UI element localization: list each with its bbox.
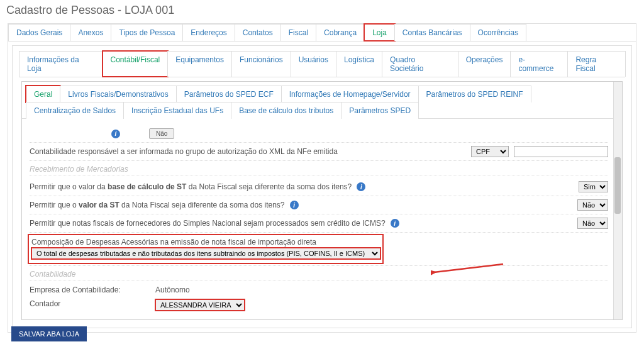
tab-ecommerce[interactable]: e-commerce (510, 51, 568, 77)
tab-geral[interactable]: Geral (26, 86, 60, 102)
save-button[interactable]: SALVAR ABA LOJA (11, 326, 87, 341)
label-permitir-bc-st: Permitir que o valor da base de cálculo … (30, 182, 352, 191)
label-empresa-contabilidade: Empresa de Contabilidade: (30, 285, 136, 294)
tab-dados-gerais[interactable]: Dados Gerais (8, 24, 70, 41)
label-contab-responsavel: Contabilidade responsável a ser informad… (30, 147, 338, 156)
input-identificador[interactable] (514, 146, 608, 157)
tab-usuarios[interactable]: Usuários (291, 51, 336, 77)
tab-regra-fiscal[interactable]: Regra Fiscal (567, 51, 626, 77)
tab-cobranca[interactable]: Cobrança (316, 24, 365, 41)
tab-ocorrencias[interactable]: Ocorrências (470, 24, 527, 41)
tab-parametros-sped[interactable]: Parâmetros SPED (341, 102, 419, 119)
info-icon: i (357, 182, 365, 191)
label-contador: Contador (30, 299, 136, 311)
loja-tabs: Informações da Loja Contábil/Fiscal Equi… (19, 51, 625, 77)
tab-contas-bancarias[interactable]: Contas Bancárias (394, 24, 470, 41)
tab-contabil-fiscal[interactable]: Contábil/Fiscal (103, 51, 169, 77)
svg-line-0 (434, 264, 503, 272)
cf-tabs: Geral Livros Fiscais/Demonstrativos Parâ… (22, 82, 622, 119)
section-contabilidade: Contabilidade (30, 266, 608, 280)
label-permitir-valor-st: Permitir que o valor da ST da Nota Fisca… (30, 201, 285, 209)
tab-homepage-servidor[interactable]: Informações de Homepage/Servidor (281, 86, 419, 102)
highlight-composicao-despesas: Composição de Despesas Acessórias na emi… (30, 236, 382, 262)
label-permitir-simples-icms: Permitir que notas fiscais de fornecedor… (30, 219, 386, 228)
select-permitir-bc-st[interactable]: Sim (579, 181, 608, 192)
tab-logistica[interactable]: Logística (336, 51, 382, 77)
tab-sped-reinf[interactable]: Parâmetros do SPED REINF (418, 86, 531, 102)
select-permitir-valor-st[interactable]: Não (577, 199, 608, 211)
tab-tipos-pessoa[interactable]: Tipos de Pessoa (111, 24, 183, 41)
tab-sped-ecf[interactable]: Parâmetros do SPED ECF (176, 86, 282, 102)
scrollbar-thumb[interactable] (614, 157, 621, 214)
tab-funcionarios[interactable]: Funcionários (231, 51, 291, 77)
select-contador[interactable]: ALESSANDRA VIEIRA (155, 299, 245, 311)
info-icon: i (290, 201, 299, 209)
select-composicao-despesas[interactable]: O total de despesas tributadas e não tri… (31, 248, 380, 259)
page-title: Cadastro de Pessoas - LOJA 001 (0, 0, 644, 23)
nao-stub-button[interactable]: Não (149, 128, 174, 139)
info-icon: i (111, 130, 120, 138)
info-icon: i (391, 219, 399, 228)
tab-inscricao-estadual-ufs[interactable]: Inscrição Estadual das UFs (123, 102, 231, 119)
tab-fiscal[interactable]: Fiscal (280, 24, 316, 41)
label-composicao-despesas: Composição de Despesas Acessórias na emi… (31, 238, 380, 248)
section-recebimento-mercadorias: Recebimento de Mercadorias (30, 161, 608, 175)
select-permitir-simples-icms[interactable]: Não (577, 218, 608, 229)
annotation-arrow-icon (431, 261, 506, 276)
panel-geral: i Não Contabilidade responsável a ser in… (22, 119, 622, 319)
scrollbar[interactable] (613, 82, 622, 319)
main-tabs: Dados Gerais Anexos Tipos de Pessoa Ende… (8, 24, 636, 42)
tab-equipamentos[interactable]: Equipamentos (167, 51, 232, 77)
tab-quadro-societario[interactable]: Quadro Societário (382, 51, 458, 77)
tab-livros-fiscais[interactable]: Livros Fiscais/Demonstrativos (60, 86, 176, 102)
tab-centralizacao-saldos[interactable]: Centralização de Saldos (26, 102, 124, 119)
tab-info-loja[interactable]: Informações da Loja (19, 51, 103, 77)
tab-enderecos[interactable]: Endereços (182, 24, 235, 41)
tab-anexos[interactable]: Anexos (70, 24, 111, 41)
tab-operacoes[interactable]: Operações (458, 51, 511, 77)
select-cpf-cnpj[interactable]: CPF (471, 146, 509, 157)
tab-base-calculo-tributos[interactable]: Base de cálculo dos tributos (231, 102, 341, 119)
tab-loja[interactable]: Loja (364, 24, 395, 41)
tab-contatos[interactable]: Contatos (235, 24, 281, 41)
value-empresa-contabilidade: Autônomo (155, 285, 190, 294)
